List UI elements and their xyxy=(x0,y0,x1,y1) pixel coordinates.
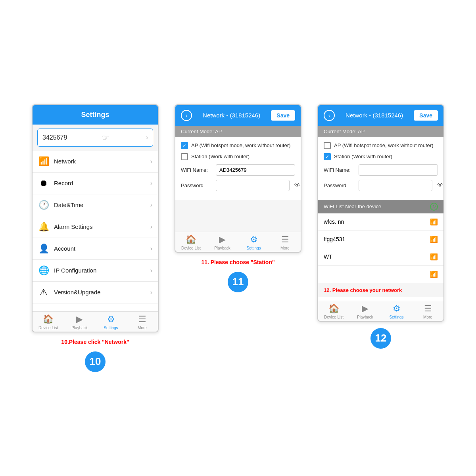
nav-playback-12[interactable]: ▶ Playback xyxy=(349,303,381,319)
nav-device-list-11[interactable]: 🏠 Device List xyxy=(175,234,207,250)
device-id-chevron: › xyxy=(146,134,148,141)
device-id-row[interactable]: 3425679 ☞ › xyxy=(37,129,153,147)
eye-icon-12[interactable]: 👁 xyxy=(437,182,443,189)
eye-icon-11[interactable]: 👁 xyxy=(294,182,301,189)
nav-playback-label-10: Playback xyxy=(71,326,88,330)
ap-label-12: AP (Wifi hotspot mode, work without rout… xyxy=(334,142,433,148)
cursor-icon: ☞ xyxy=(102,133,109,142)
screen-10: Settings 3425679 ☞ › 📶 Network › xyxy=(32,104,159,332)
wifi-item-2[interactable]: WT 📶 xyxy=(318,248,443,266)
nav-more-11[interactable]: ☰ More xyxy=(269,234,301,250)
network-icon: 📶 xyxy=(38,156,49,167)
device-id-text: 3425679 xyxy=(42,134,67,141)
nav-device-list-12[interactable]: 🏠 Device List xyxy=(318,303,349,319)
nav-more-10[interactable]: ☰ More xyxy=(127,314,158,330)
password-input-11[interactable] xyxy=(216,180,290,191)
nav-settings-12[interactable]: ⚙ Settings xyxy=(381,303,412,319)
wifi-item-3[interactable]: 📶 xyxy=(318,266,443,283)
current-mode-12: Current Mode: AP xyxy=(318,126,443,137)
nav-playback-10[interactable]: ▶ Playback xyxy=(64,314,95,330)
account-chevron: › xyxy=(150,245,152,252)
ip-chevron: › xyxy=(150,267,152,274)
password-input-12[interactable] xyxy=(359,180,432,191)
refresh-icon-12[interactable]: ↻ xyxy=(430,203,438,211)
network-header-12: ‹ Network - (31815246) Save xyxy=(318,105,443,126)
datetime-label: Date&Time xyxy=(54,202,146,208)
network-label: Network xyxy=(54,158,146,165)
ap-checkbox-row-11[interactable]: AP (Wifi hotspot mode, work without rout… xyxy=(181,142,295,149)
screen-11-wrapper: ‹ Network - (31815246) Save Current Mode… xyxy=(175,104,301,292)
save-button-11[interactable]: Save xyxy=(271,110,295,121)
wifi-name-label-11: WiFi Name: xyxy=(181,167,213,173)
wifi-list-header-12: WiFI List Near the device ↻ xyxy=(318,200,443,213)
station-label-12: Station (Work with router) xyxy=(334,154,392,159)
password-label-12: Password xyxy=(324,182,355,188)
nav-playback-label-12: Playback xyxy=(357,315,373,319)
ap-checkbox-row-12[interactable]: AP (Wifi hotspot mode, work without rout… xyxy=(324,142,438,149)
station-label-11: Station (Work with router) xyxy=(191,154,250,159)
annotation-11: 11. Please choose "Station" xyxy=(197,259,278,265)
nav-more-icon-11: ☰ xyxy=(281,234,289,245)
network-body-12: AP (Wifi hotspot mode, work without rout… xyxy=(318,137,443,200)
wifi-name-row-11: WiFi Name: xyxy=(181,164,295,176)
station-checkbox-11[interactable] xyxy=(181,153,188,160)
wifi-item-1[interactable]: ffgg4531 📶 xyxy=(318,231,443,248)
account-icon: 👤 xyxy=(38,244,49,254)
version-icon: ⚠ xyxy=(38,287,49,298)
nav-playback-11[interactable]: ▶ Playback xyxy=(207,234,238,250)
nav-more-12[interactable]: ☰ More xyxy=(412,303,443,319)
nav-device-list-10[interactable]: 🏠 Device List xyxy=(33,314,64,330)
nav-settings-label-12: Settings xyxy=(389,315,403,319)
nav-settings-label-11: Settings xyxy=(246,246,261,250)
screens-row: Settings 3425679 ☞ › 📶 Network › xyxy=(32,104,444,372)
version-label: Version&Upgrade xyxy=(54,289,146,296)
current-mode-11: Current Mode: AP xyxy=(175,126,301,137)
nav-device-list-label-12: Device List xyxy=(324,315,344,319)
nav-settings-11[interactable]: ⚙ Settings xyxy=(238,234,269,250)
step-circle-10: 10 xyxy=(85,351,106,372)
menu-item-alarm[interactable]: 🔔 Alarm Settings › xyxy=(33,216,158,238)
station-checkbox-row-12[interactable]: Station (Work with router) xyxy=(324,153,438,160)
network-chevron: › xyxy=(150,158,152,165)
save-button-12[interactable]: Save xyxy=(414,110,438,121)
back-button-11[interactable]: ‹ xyxy=(181,110,192,121)
wifi-item-0[interactable]: wfcs. nn 📶 xyxy=(318,213,443,231)
settings-title: Settings xyxy=(81,111,109,119)
nav-settings-10[interactable]: ⚙ Settings xyxy=(95,314,127,330)
menu-item-version[interactable]: ⚠ Version&Upgrade › xyxy=(33,282,158,303)
alarm-label: Alarm Settings xyxy=(54,223,146,230)
menu-item-record[interactable]: ⏺ Record › xyxy=(33,173,158,194)
ap-checkbox-12[interactable] xyxy=(324,142,331,149)
nav-home-icon-10: 🏠 xyxy=(43,314,54,324)
password-row-12: Password 👁 xyxy=(324,180,438,191)
wifi-list-12: wfcs. nn 📶 ffgg4531 📶 WT 📶 📶 xyxy=(318,213,443,283)
station-checkbox-row-11[interactable]: Station (Work with router) xyxy=(181,153,295,160)
nav-playback-icon-12: ▶ xyxy=(362,303,369,314)
menu-list: 📶 Network › ⏺ Record › 🕐 Date&Time › xyxy=(33,151,158,303)
network-title-12: Network - (31815246) xyxy=(345,112,403,119)
version-chevron: › xyxy=(150,289,152,296)
menu-item-account[interactable]: 👤 Account › xyxy=(33,238,158,260)
wifi-name-1: ffgg4531 xyxy=(324,236,345,242)
password-row-11: Password 👁 xyxy=(181,180,295,191)
wifi-name-0: wfcs. nn xyxy=(324,219,344,225)
alarm-icon: 🔔 xyxy=(38,222,49,232)
back-button-12[interactable]: ‹ xyxy=(324,110,335,121)
wifi-name-row-12: WiFi Name: xyxy=(324,164,438,176)
wifi-signal-3: 📶 xyxy=(430,271,438,278)
menu-item-network[interactable]: 📶 Network › xyxy=(33,151,158,173)
network-header-11: ‹ Network - (31815246) Save xyxy=(175,105,301,126)
nav-home-icon-11: 🏠 xyxy=(186,234,196,245)
menu-item-datetime[interactable]: 🕐 Date&Time › xyxy=(33,194,158,216)
nav-playback-icon-11: ▶ xyxy=(219,234,226,245)
screen-10-wrapper: Settings 3425679 ☞ › 📶 Network › xyxy=(32,104,159,372)
wifi-name-input-11[interactable] xyxy=(216,164,295,176)
menu-item-ip[interactable]: 🌐 IP Configuration › xyxy=(33,260,158,282)
station-checkbox-12[interactable] xyxy=(324,153,331,160)
screen-12: ‹ Network - (31815246) Save Current Mode… xyxy=(317,104,444,322)
wifi-name-input-12[interactable] xyxy=(359,164,438,176)
annotation-10: 10.Please click "Network" xyxy=(57,339,133,345)
ap-checkbox-11[interactable] xyxy=(181,142,188,149)
ip-icon: 🌐 xyxy=(38,265,49,276)
nav-settings-icon-11: ⚙ xyxy=(250,234,258,245)
